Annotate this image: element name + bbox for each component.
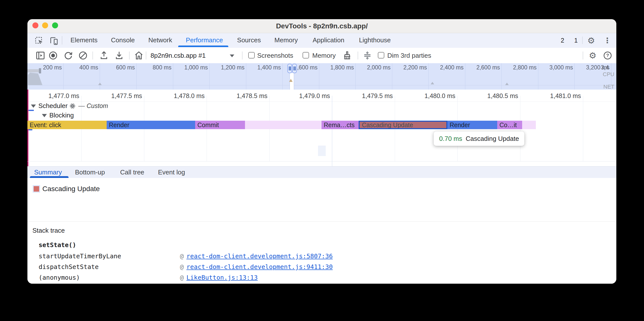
flame-event-bar[interactable] (522, 121, 536, 129)
devtools-tab[interactable]: Memory (274, 33, 298, 47)
clear-icon[interactable] (78, 50, 88, 60)
flame-event-bar[interactable]: Commit (195, 121, 245, 129)
toolbar-separator (92, 51, 93, 59)
section-divider (28, 221, 616, 222)
home-icon[interactable] (134, 50, 144, 60)
details-tabbar: Summary Bottom-up Call tree Event log (28, 166, 616, 178)
track-indicator (28, 110, 34, 111)
ruler-tick-label: 1,480.0 ms (413, 92, 455, 100)
collect-garbage-icon[interactable] (342, 50, 352, 60)
activity-marker (505, 83, 509, 85)
overview-tick-label: 1,400 ms (244, 64, 281, 71)
macos-titlebar: DevTools - 8p2n9n.csb.app/ (28, 19, 616, 33)
stack-frame-row: (anonymous) @ LikeButton.js:13:13 (28, 273, 616, 283)
track-header-scheduler[interactable]: Scheduler — Custom (31, 102, 108, 110)
range-right-handle[interactable] (292, 64, 297, 73)
flame-event-bar[interactable]: Render (447, 121, 497, 129)
flame-event-bar[interactable]: Render (107, 121, 195, 129)
devtools-window: DevTools - 8p2n9n.csb.app/ Elements Cons… (28, 19, 616, 284)
stack-frame-row: dispatchSetState @ react-dom-client.deve… (28, 262, 616, 272)
stack-function-name: (anonymous) (39, 273, 80, 283)
range-left-handle[interactable] (287, 64, 292, 73)
devtools-tab[interactable]: Sources (237, 33, 261, 47)
tabbar-separator (582, 37, 583, 44)
chevron-down-icon[interactable] (230, 54, 234, 57)
flame-event-bar[interactable]: Rema…cts (322, 121, 359, 129)
screenshots-label[interactable]: Screenshots (257, 48, 293, 63)
flame-event-bar[interactable] (245, 121, 322, 129)
screenshot-strip-cap (39, 68, 41, 73)
screenshots-checkbox[interactable] (248, 52, 255, 58)
tabbar-separator (62, 36, 62, 44)
reload-record-icon[interactable] (63, 50, 73, 60)
hover-highlight (318, 146, 326, 156)
overview-tick-label: 2,400 ms (426, 64, 464, 71)
ruler-tick-label: 1,480.5 ms (476, 92, 518, 100)
warning-count[interactable]: 1 (574, 33, 578, 47)
track-group-blocking[interactable]: Blocking (42, 111, 74, 120)
details-tab[interactable]: Bottom-up (75, 166, 105, 178)
chevron-expanded-icon[interactable] (31, 105, 36, 108)
toolbar-separator (146, 51, 146, 59)
stack-at-symbol: @ (180, 273, 184, 283)
more-options-icon[interactable]: ⋮ (602, 35, 613, 46)
dim-3rd-parties-checkbox[interactable] (378, 52, 384, 58)
memory-checkbox[interactable] (302, 52, 309, 58)
blocking-label: Blocking (49, 112, 74, 119)
overview-tick-label: 1,800 ms (316, 64, 354, 71)
devtools-tab[interactable]: Lighthouse (359, 33, 390, 47)
devtools-tab[interactable]: Elements (70, 33, 98, 47)
flame-bar-row: Event: click Render Commit Rema…cts Casc… (28, 121, 616, 129)
overview-tick-label: 1,600 ms (280, 64, 318, 71)
dim-3rd-parties-label[interactable]: Dim 3rd parties (387, 48, 431, 63)
ruler-tick-label: 1,478.5 ms (225, 92, 268, 100)
stack-function-name: startUpdateTimerByLane (39, 251, 121, 261)
chevron-expanded-icon[interactable] (42, 114, 47, 117)
cpu-lane-label: CPU (603, 71, 614, 78)
overview-tick-label: 800 ms (134, 64, 172, 71)
timeline-ruler[interactable]: 1,477.0 ms 1,477.5 ms 1,478.0 ms 1,478.5… (28, 90, 616, 102)
stack-source-link[interactable]: react-dom-client.development.js:9411:30 (186, 262, 333, 272)
capture-settings-gear-icon[interactable]: ⚙ (587, 50, 598, 61)
screenshot-strip (28, 69, 40, 72)
target-selector-dropdown[interactable]: 8p2n9n.csb.app #1 (150, 48, 206, 63)
cpu-net-separator (28, 85, 616, 85)
window-title: DevTools - 8p2n9n.csb.app/ (28, 19, 616, 33)
flame-event-bar[interactable]: Cascading Update (359, 121, 447, 129)
tooltip-duration: 0.70 ms (439, 135, 462, 142)
toolbar-separator (129, 51, 130, 59)
download-profile-icon[interactable] (114, 50, 124, 60)
timeline-overview[interactable]: 200 ms 400 ms 600 ms 800 ms (28, 63, 616, 90)
ruler-tick-label: 1,477.5 ms (100, 92, 142, 100)
error-count[interactable]: 2 (561, 33, 564, 47)
svg-text:?: ? (606, 53, 609, 58)
devtools-tab[interactable]: Console (111, 33, 134, 47)
settings-gear-icon[interactable]: ⚙ (586, 35, 597, 46)
collapse-tracks-icon[interactable] (362, 50, 372, 60)
devtools-tab[interactable]: Network (148, 33, 172, 47)
overview-tick-label: 600 ms (98, 64, 135, 71)
flame-event-bar[interactable]: Co…it (497, 121, 522, 129)
devtools-tab[interactable]: Application (312, 33, 344, 47)
ruler-tick-label: 1,477.0 ms (37, 92, 79, 100)
toggle-sidebar-icon[interactable] (36, 50, 45, 60)
devtools-tab[interactable]: Performance (186, 33, 223, 47)
ruler-tick-label: 1,479.0 ms (288, 92, 330, 100)
stack-source-link[interactable]: react-dom-client.development.js:5807:36 (186, 251, 333, 261)
memory-label[interactable]: Memory (312, 48, 336, 63)
cpu-activity-graph (28, 73, 42, 85)
help-icon[interactable]: ? (603, 50, 612, 60)
device-toolbar-icon[interactable] (49, 36, 59, 46)
inspect-element-icon[interactable] (34, 36, 44, 46)
tooltip-name: Cascading Update (466, 135, 519, 142)
flame-event-bar[interactable]: Event: click (28, 121, 107, 129)
details-tab[interactable]: Event log (158, 166, 185, 178)
stack-at-symbol: @ (180, 262, 184, 272)
activity-marker (98, 83, 102, 85)
activity-marker (431, 82, 434, 84)
active-tab-underline (178, 45, 228, 47)
stack-source-link[interactable]: LikeButton.js:13:13 (186, 273, 258, 283)
upload-profile-icon[interactable] (99, 50, 109, 60)
details-tab[interactable]: Call tree (120, 166, 144, 178)
record-icon[interactable] (48, 50, 58, 60)
